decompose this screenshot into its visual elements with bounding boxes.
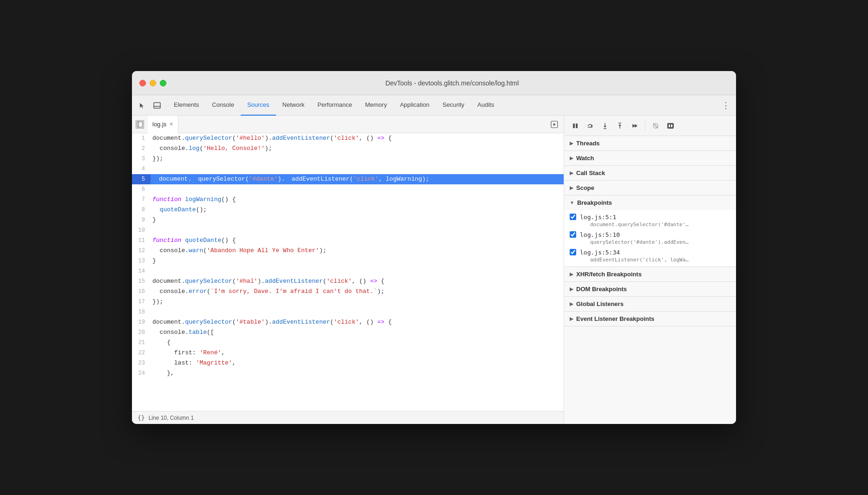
code-line-21: 21 {: [132, 338, 564, 348]
tab-audits[interactable]: Audits: [471, 95, 500, 116]
svg-rect-0: [154, 103, 160, 108]
code-line-9: 9 }: [132, 215, 564, 225]
tab-performance[interactable]: Performance: [311, 95, 358, 116]
callstack-arrow: ▶: [570, 170, 573, 176]
code-line-24: 24 },: [132, 368, 564, 378]
scope-arrow: ▶: [570, 185, 573, 190]
xhr-label: XHR/fetch Breakpoints: [576, 271, 642, 278]
nav-tabs: Elements Console Sources Network Perform…: [132, 95, 736, 116]
toolbar-separator: [645, 121, 645, 130]
svg-marker-14: [618, 124, 621, 126]
code-line-10: 10: [132, 225, 564, 235]
tab-console[interactable]: Console: [205, 95, 241, 116]
dom-label: DOM Breakpoints: [576, 286, 627, 293]
threads-section: ▶ Threads: [564, 136, 736, 151]
file-tab-name: log.js: [152, 121, 166, 128]
maximize-button[interactable]: [160, 80, 166, 86]
breakpoint-item-3: log.js:5:34 addEventListener('click', lo…: [564, 247, 736, 265]
svg-marker-17: [635, 124, 638, 128]
run-snippet-button[interactable]: [549, 119, 560, 130]
code-line-5: 5 document.querySelector('#dante').addEv…: [132, 174, 564, 184]
code-line-19: 19 document.querySelector('#table').addE…: [132, 317, 564, 327]
dom-arrow: ▶: [570, 287, 573, 292]
threads-label: Threads: [576, 140, 600, 147]
global-section: ▶ Global Listeners: [564, 297, 736, 312]
breakpoint-item-2: log.js:5:10 querySelector('#dante').addE…: [564, 229, 736, 247]
svg-marker-8: [591, 124, 593, 127]
svg-marker-5: [553, 123, 556, 126]
code-line-4: 4: [132, 164, 564, 174]
svg-rect-22: [671, 124, 672, 127]
code-line-23: 23 last: 'Magritte',: [132, 358, 564, 368]
deactivate-breakpoints-button[interactable]: [649, 119, 662, 132]
debugger-toolbar: [564, 116, 736, 136]
tab-application[interactable]: Application: [394, 95, 436, 116]
status-bar: {} Line 10, Column 1: [132, 411, 564, 424]
svg-rect-21: [669, 124, 670, 127]
debugger-panel: ▶ Threads ▶ Watch ▶ Call Stack: [564, 116, 736, 424]
code-line-1: 1 document.querySelector('#hello').addEv…: [132, 133, 564, 143]
code-line-16: 16 console.error(`I'm sorry, Dave. I'm a…: [132, 287, 564, 297]
cursor-icon[interactable]: [136, 99, 149, 112]
drawer-icon[interactable]: [151, 99, 164, 112]
tab-elements[interactable]: Elements: [167, 95, 205, 116]
code-line-2: 2 console.log('Hello, Console!');: [132, 143, 564, 154]
file-tab-logjs[interactable]: log.js ✕: [148, 116, 178, 133]
code-editor[interactable]: 1 document.querySelector('#hello').addEv…: [132, 133, 564, 411]
callstack-section: ▶ Call Stack: [564, 166, 736, 181]
breakpoint-checkbox-3[interactable]: [570, 249, 576, 255]
minimize-button[interactable]: [150, 80, 156, 86]
threads-header[interactable]: ▶ Threads: [564, 136, 736, 150]
breakpoint-location-3: log.js:5:34: [580, 249, 689, 256]
code-line-12: 12 console.warn('Abandon Hope All Ye Who…: [132, 246, 564, 256]
xhr-header[interactable]: ▶ XHR/fetch Breakpoints: [564, 267, 736, 281]
more-tabs-button[interactable]: ⋮: [719, 99, 732, 112]
scope-label: Scope: [576, 184, 594, 191]
close-button[interactable]: [139, 80, 146, 86]
cursor-position: Line 10, Column 1: [149, 415, 194, 421]
pause-on-exceptions-button[interactable]: [664, 119, 677, 132]
step-into-button[interactable]: [598, 119, 612, 132]
svg-rect-7: [576, 124, 578, 128]
tab-network[interactable]: Network: [276, 95, 311, 116]
dom-header[interactable]: ▶ DOM Breakpoints: [564, 282, 736, 296]
breakpoints-arrow: ▼: [570, 200, 574, 205]
format-icon[interactable]: {}: [138, 414, 145, 421]
watch-arrow: ▶: [570, 156, 573, 161]
nav-icons: [136, 99, 164, 112]
code-line-22: 22 first: 'René',: [132, 348, 564, 358]
step-over-button[interactable]: [584, 119, 597, 132]
window-title: DevTools - devtools.glitch.me/console/lo…: [176, 79, 729, 87]
step-out-button[interactable]: [613, 119, 626, 132]
code-line-6: 6: [132, 184, 564, 195]
callstack-header[interactable]: ▶ Call Stack: [564, 166, 736, 180]
code-line-18: 18: [132, 307, 564, 317]
global-label: Global Listeners: [576, 300, 624, 307]
devtools-window: DevTools - devtools.glitch.me/console/lo…: [132, 71, 736, 424]
watch-header[interactable]: ▶ Watch: [564, 151, 736, 165]
tab-memory[interactable]: Memory: [359, 95, 394, 116]
global-header[interactable]: ▶ Global Listeners: [564, 297, 736, 311]
code-line-14: 14: [132, 266, 564, 276]
file-tab-close[interactable]: ✕: [169, 121, 173, 127]
pause-button[interactable]: [569, 119, 582, 132]
event-arrow: ▶: [570, 316, 573, 321]
code-line-3: 3 });: [132, 154, 564, 164]
breakpoints-section: ▼ Breakpoints log.js:5:1 document.queryS…: [564, 195, 736, 267]
breakpoint-checkbox-1[interactable]: [570, 214, 576, 220]
breakpoint-item-1: log.js:5:1 document.querySelector('#dant…: [564, 212, 736, 229]
code-line-15: 15 document.querySelector('#hal').addEve…: [132, 276, 564, 287]
event-header[interactable]: ▶ Event Listener Breakpoints: [564, 312, 736, 326]
threads-arrow: ▶: [570, 141, 573, 146]
step-button[interactable]: [628, 119, 641, 132]
file-navigator-icon[interactable]: [136, 120, 144, 129]
breakpoint-code-1: document.querySelector('#dante'…: [590, 221, 689, 228]
event-section: ▶ Event Listener Breakpoints: [564, 312, 736, 326]
scope-header[interactable]: ▶ Scope: [564, 181, 736, 195]
tab-security[interactable]: Security: [436, 95, 471, 116]
tab-sources[interactable]: Sources: [241, 95, 276, 116]
breakpoint-checkbox-2[interactable]: [570, 231, 576, 238]
svg-rect-2: [137, 122, 143, 127]
breakpoints-header[interactable]: ▼ Breakpoints: [564, 195, 736, 210]
title-bar: DevTools - devtools.glitch.me/console/lo…: [132, 71, 736, 95]
